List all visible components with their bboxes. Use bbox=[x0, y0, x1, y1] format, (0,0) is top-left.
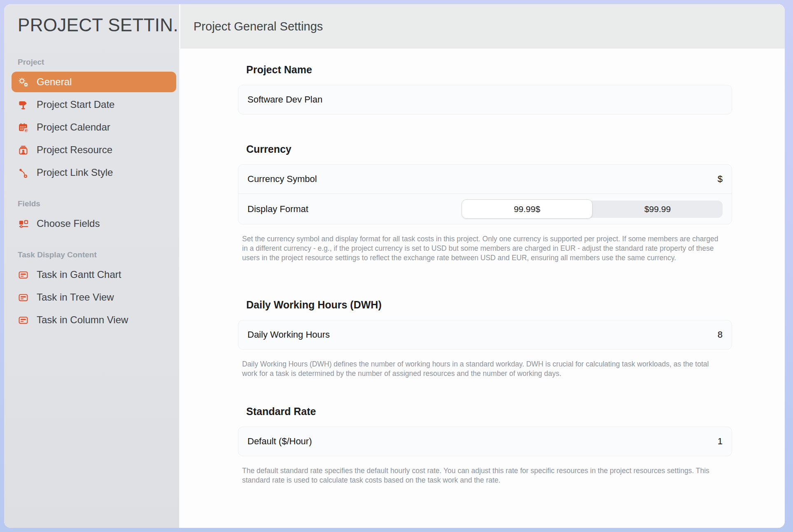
nav-label: Task in Gantt Chart bbox=[37, 269, 121, 280]
task-card-icon bbox=[18, 292, 29, 303]
nav-label: General bbox=[37, 76, 72, 88]
calendar-clock-icon bbox=[18, 122, 29, 133]
standard-rate-heading: Standard Rate bbox=[246, 406, 785, 418]
project-name-field[interactable]: Software Dev Plan bbox=[238, 85, 732, 114]
signpost-icon bbox=[18, 99, 29, 110]
project-name-section: Project Name Software Dev Plan bbox=[238, 64, 785, 114]
dwh-value: 8 bbox=[718, 329, 723, 340]
standard-rate-description: The default standard rate specifies the … bbox=[242, 466, 723, 485]
sidebar-item-general[interactable]: General bbox=[12, 72, 176, 92]
display-format-segmented-control: 99.99$ $99.99 bbox=[462, 201, 723, 218]
sidebar-item-choose-fields[interactable]: Choose Fields bbox=[12, 213, 176, 234]
format-option-prefix[interactable]: $99.99 bbox=[592, 201, 723, 218]
nav-label: Project Start Date bbox=[37, 99, 114, 110]
project-name-heading: Project Name bbox=[246, 64, 785, 76]
sidebar: PROJECT SETTIN... Project General bbox=[4, 4, 180, 528]
currency-description: Set the currency symbol and display form… bbox=[242, 234, 723, 263]
sidebar-item-project-calendar[interactable]: Project Calendar bbox=[12, 117, 176, 138]
currency-card: Currency Symbol $ Display Format 99.99$ … bbox=[238, 164, 732, 224]
project-settings-window: PROJECT SETTIN... Project General bbox=[4, 4, 785, 528]
gears-icon bbox=[18, 77, 29, 88]
dwh-heading: Daily Working Hours (DWH) bbox=[246, 299, 785, 311]
project-name-value: Software Dev Plan bbox=[247, 94, 322, 105]
sidebar-item-task-tree[interactable]: Task in Tree View bbox=[12, 287, 176, 308]
dwh-section: Daily Working Hours (DWH) Daily Working … bbox=[238, 299, 785, 378]
settings-content: Project Name Software Dev Plan Currency … bbox=[180, 49, 785, 528]
main-panel: Project General Settings Project Name So… bbox=[180, 4, 785, 528]
nav-label: Task in Column View bbox=[37, 314, 128, 326]
dwh-row[interactable]: Daily Working Hours 8 bbox=[238, 320, 732, 349]
standard-rate-value: 1 bbox=[718, 436, 723, 447]
currency-symbol-label: Currency Symbol bbox=[247, 174, 317, 184]
currency-symbol-row[interactable]: Currency Symbol $ bbox=[238, 165, 732, 194]
sidebar-item-project-link-style[interactable]: Project Link Style bbox=[12, 162, 176, 183]
currency-heading: Currency bbox=[246, 143, 785, 155]
standard-rate-label: Default ($/Hour) bbox=[247, 436, 312, 447]
sidebar-section-task-display: Task Display Content bbox=[18, 250, 179, 259]
standard-rate-card: Default ($/Hour) 1 bbox=[238, 427, 732, 456]
sidebar-item-project-start-date[interactable]: Project Start Date bbox=[12, 94, 176, 115]
currency-symbol-value: $ bbox=[718, 174, 723, 184]
contact-card-icon bbox=[18, 145, 29, 156]
nav-label: Project Resource bbox=[37, 144, 112, 156]
format-option-suffix[interactable]: 99.99$ bbox=[462, 199, 592, 219]
sidebar-item-task-gantt[interactable]: Task in Gantt Chart bbox=[12, 264, 176, 285]
currency-section: Currency Currency Symbol $ Display Forma… bbox=[238, 143, 785, 263]
sidebar-item-project-resource[interactable]: Project Resource bbox=[12, 140, 176, 160]
nav-label: Project Calendar bbox=[37, 121, 110, 133]
page-title: Project General Settings bbox=[194, 20, 323, 33]
sidebar-section-fields: Fields bbox=[18, 199, 179, 208]
link-curve-icon bbox=[18, 167, 29, 178]
standard-rate-row[interactable]: Default ($/Hour) 1 bbox=[238, 427, 732, 456]
fields-icon bbox=[18, 218, 29, 229]
nav-label: Choose Fields bbox=[37, 218, 100, 229]
sidebar-item-task-column[interactable]: Task in Column View bbox=[12, 310, 176, 330]
sidebar-title: PROJECT SETTIN... bbox=[18, 15, 179, 35]
dwh-label: Daily Working Hours bbox=[247, 329, 330, 340]
dwh-card: Daily Working Hours 8 bbox=[238, 320, 732, 350]
page-header: Project General Settings bbox=[180, 4, 785, 49]
sidebar-section-project: Project bbox=[18, 58, 179, 67]
display-format-row: Display Format 99.99$ $99.99 bbox=[238, 194, 732, 224]
dwh-description: Daily Working Hours (DWH) defines the nu… bbox=[242, 359, 723, 378]
nav-label: Project Link Style bbox=[37, 167, 113, 178]
task-card-icon bbox=[18, 269, 29, 280]
standard-rate-section: Standard Rate Default ($/Hour) 1 The def… bbox=[238, 406, 785, 485]
project-name-card: Software Dev Plan bbox=[238, 85, 732, 114]
display-format-label: Display Format bbox=[247, 204, 308, 215]
task-card-icon bbox=[18, 315, 29, 326]
nav-label: Task in Tree View bbox=[37, 292, 114, 303]
